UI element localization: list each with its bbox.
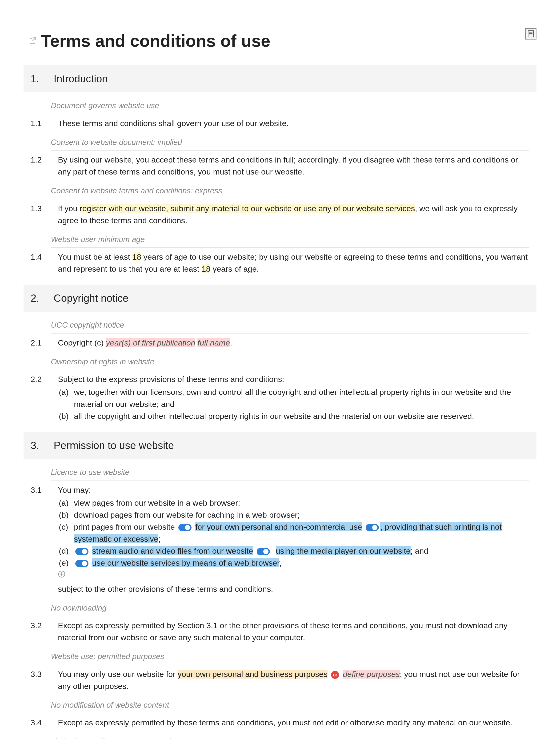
insert-icon[interactable]	[58, 570, 65, 578]
clause-number: 1.1	[31, 117, 49, 129]
clause-body: Except as expressly permitted by Section…	[58, 619, 529, 643]
clause-annotation: Website user minimum age	[51, 232, 529, 248]
clause-row: 1.1These terms and conditions shall gove…	[23, 117, 537, 135]
sub-clause-letter: (e)	[59, 557, 70, 569]
clause-tail: subject to the other provisions of these…	[58, 583, 529, 595]
sub-clause-letter: (c)	[59, 521, 70, 533]
clause-body: You must be at least 18 years of age to …	[58, 251, 529, 275]
clause-annotation: Document governs website use	[51, 98, 529, 114]
sub-clause-text: view pages from our website in a web bro…	[74, 497, 240, 509]
clause-number: 1.4	[31, 251, 49, 275]
clause-row: 3.2Except as expressly permitted by Sect…	[23, 619, 537, 649]
sub-clause-text: we, together with our licensors, own and…	[74, 386, 529, 410]
section: 3.Permission to use websiteLicence to us…	[23, 432, 537, 739]
sub-clause-text: use our website services by means of a w…	[74, 557, 282, 569]
page-title: Terms and conditions of use	[41, 28, 270, 54]
clause-number: 2.1	[31, 337, 49, 349]
clause-annotation: No modification of website content	[51, 697, 529, 714]
or-badge: or	[331, 671, 339, 679]
clause-number: 3.3	[31, 668, 49, 692]
sub-clause: (a)we, together with our licensors, own …	[58, 386, 529, 410]
sub-clause-letter: (d)	[59, 545, 70, 557]
section-title: Copyright notice	[54, 290, 128, 306]
sub-clause: (b)all the copyright and other intellect…	[58, 410, 529, 422]
sub-clause: (d) stream audio and video files from ou…	[58, 545, 529, 557]
clause-annotation: Website use: permitted purposes	[51, 649, 529, 665]
clause-body: These terms and conditions shall govern …	[58, 117, 529, 129]
clause-number: 3.4	[31, 717, 49, 729]
clause-row: 3.4Except as expressly permitted by thes…	[23, 717, 537, 734]
clause-row: 2.2Subject to the express provisions of …	[23, 373, 537, 427]
clause-number: 3.1	[31, 484, 49, 595]
sub-clause-letter: (b)	[59, 509, 70, 521]
sub-clause: (a)view pages from our website in a web …	[58, 497, 529, 509]
sub-clause: (e) use our website services by means of…	[58, 557, 529, 569]
clause-row: 2.1Copyright (c) year(s) of first public…	[23, 337, 537, 354]
clause-body: You may:(a)view pages from our website i…	[58, 484, 529, 595]
toggle-icon[interactable]	[178, 524, 191, 531]
section-title: Permission to use website	[54, 438, 174, 453]
section-number: 3.	[31, 438, 42, 453]
clause-number: 1.3	[31, 202, 49, 227]
section: 1.IntroductionDocument governs website u…	[23, 65, 537, 280]
section-header: 3.Permission to use website	[23, 432, 537, 459]
clause-row: 1.3If you register with our website, sub…	[23, 202, 537, 232]
clause-body: Except as expressly permitted by these t…	[58, 717, 529, 729]
clause-number: 1.2	[31, 154, 49, 178]
external-link-icon	[28, 37, 37, 45]
clause-body: If you register with our website, submit…	[58, 202, 529, 227]
clause-annotation: Limitations on licence to use website	[51, 734, 529, 739]
section-title: Introduction	[54, 71, 108, 87]
toggle-icon[interactable]	[75, 560, 89, 567]
clause-number: 3.2	[31, 619, 49, 643]
document-outline-icon[interactable]	[525, 28, 537, 39]
clause-annotation: No downloading	[51, 600, 529, 616]
clause-row: 3.3You may only use our website for your…	[23, 668, 537, 697]
sub-clause: (b)download pages from our website for c…	[58, 509, 529, 521]
section-number: 2.	[31, 290, 42, 306]
clause-annotation: Ownership of rights in website	[51, 354, 529, 370]
clause-annotation: Consent to website terms and conditions:…	[51, 183, 529, 199]
sub-clause-letter: (a)	[59, 497, 70, 509]
sub-clause-text: all the copyright and other intellectual…	[74, 410, 474, 422]
section-header: 2.Copyright notice	[23, 285, 537, 312]
clause-body: You may only use our website for your ow…	[58, 668, 529, 692]
sub-clause-text: print pages from our website for your ow…	[74, 521, 529, 545]
clause-body: Subject to the express provisions of the…	[58, 373, 529, 422]
toggle-icon[interactable]	[366, 524, 379, 531]
clause-row: 1.4You must be at least 18 years of age …	[23, 251, 537, 280]
section: 2.Copyright noticeUCC copyright notice2.…	[23, 285, 537, 427]
sub-clause-text: stream audio and video files from our we…	[74, 545, 428, 557]
section-number: 1.	[31, 71, 42, 87]
clause-annotation: Licence to use website	[51, 464, 529, 481]
sub-clause: (c)print pages from our website for your…	[58, 521, 529, 545]
toggle-icon[interactable]	[75, 548, 89, 555]
clause-row: 3.1You may:(a)view pages from our websit…	[23, 484, 537, 600]
clause-annotation: Consent to website document: implied	[51, 135, 529, 151]
section-header: 1.Introduction	[23, 65, 537, 92]
sub-clause-letter: (a)	[59, 386, 70, 398]
clause-body: By using our website, you accept these t…	[58, 154, 529, 178]
clause-annotation: UCC copyright notice	[51, 317, 529, 333]
sub-clause-text: download pages from our website for cach…	[74, 509, 300, 521]
clause-number: 2.2	[31, 373, 49, 422]
toggle-icon[interactable]	[257, 548, 270, 555]
sub-clause-letter: (b)	[59, 410, 70, 422]
clause-row: 1.2By using our website, you accept thes…	[23, 154, 537, 183]
clause-body: Copyright (c) year(s) of first publicati…	[58, 337, 529, 349]
